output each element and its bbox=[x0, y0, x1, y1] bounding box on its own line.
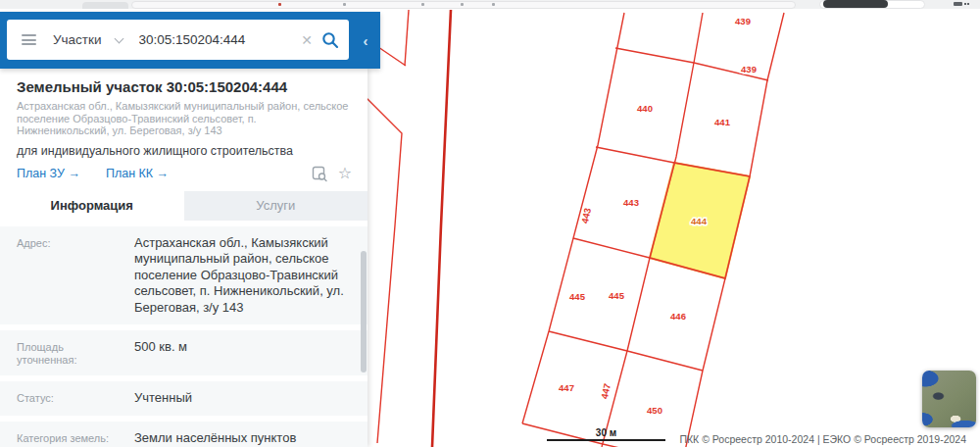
panel-tabs: Информация Услуги bbox=[0, 191, 368, 221]
table-row: Статус: Учтенный bbox=[0, 381, 368, 416]
row-value: Астраханская обл., Камызякский муниципал… bbox=[126, 235, 352, 317]
parcel-info-panel: Земельный участок 30:05:150204:444 Астра… bbox=[0, 69, 368, 447]
parcel-boundary-line bbox=[405, 10, 409, 66]
collapse-panel-icon[interactable]: ‹ bbox=[354, 12, 377, 69]
parcel-number-label: 439 bbox=[735, 16, 751, 26]
parcel-title: Земельный участок 30:05:150204:444 bbox=[17, 78, 352, 95]
parcel-number-label: 441 bbox=[714, 117, 731, 127]
parcel-number-label: 447 bbox=[599, 382, 612, 400]
browser-profile-badge[interactable] bbox=[823, 0, 888, 8]
browser-tab[interactable] bbox=[82, 2, 128, 9]
parcel-number-label: 445 bbox=[609, 290, 625, 301]
parcel-number-label: 439 bbox=[741, 64, 757, 74]
parcel-number-label: 443 bbox=[579, 207, 593, 224]
menu-hamburger-icon[interactable] bbox=[22, 32, 36, 48]
row-value: 500 кв. м bbox=[126, 339, 352, 367]
map-attribution: ПКК © Росреестр 2010-2024 | ЕЭКО © Росре… bbox=[679, 433, 966, 445]
parcel-boundary-line bbox=[549, 331, 703, 371]
parcel-number-label: 444 bbox=[691, 216, 708, 226]
row-label: Категория земель: bbox=[17, 430, 126, 447]
search-icon[interactable] bbox=[321, 31, 339, 49]
panel-scrollbar-thumb[interactable] bbox=[361, 251, 367, 372]
table-row: Адрес: Астраханская обл., Камызякский му… bbox=[0, 226, 368, 325]
row-value: Учтенный bbox=[126, 390, 352, 407]
search-category-dropdown[interactable]: Участки bbox=[53, 32, 122, 47]
table-row: Площадь уточненная: 500 кв. м bbox=[0, 330, 368, 375]
overview-map-thumbnail[interactable] bbox=[922, 371, 976, 427]
bookmark-favicon[interactable] bbox=[492, 3, 495, 6]
row-label: Площадь уточненная: bbox=[17, 339, 126, 367]
browser-chrome-strip bbox=[0, 0, 980, 9]
map-scale-bar: 30 м bbox=[547, 428, 665, 441]
bookmark-favicon[interactable] bbox=[278, 3, 281, 6]
chevron-down-icon bbox=[114, 33, 123, 43]
row-label: Статус: bbox=[17, 390, 126, 407]
plan-zu-link[interactable]: План ЗУ → bbox=[17, 167, 80, 180]
parcel-boundary-line bbox=[522, 13, 624, 423]
cadastral-quarter-boundary-line bbox=[432, 10, 451, 447]
parcel-number-label: 446 bbox=[670, 311, 686, 322]
bookmark-favicon[interactable] bbox=[343, 3, 346, 6]
parcel-number-label: 450 bbox=[647, 405, 662, 416]
bookmark-favicon[interactable] bbox=[421, 3, 424, 6]
scale-label: 30 м bbox=[547, 428, 665, 438]
map-search-bar: Участки ✕ ‹ bbox=[0, 12, 380, 69]
browser-menu-icon[interactable] bbox=[954, 1, 969, 7]
parcel-usage-text: для индивидуального жилищного строительс… bbox=[17, 144, 352, 158]
clear-icon[interactable]: ✕ bbox=[301, 32, 313, 48]
search-input[interactable] bbox=[139, 32, 298, 47]
document-search-icon[interactable] bbox=[312, 166, 328, 182]
search-box: Участки ✕ bbox=[7, 20, 349, 60]
parcel-number-label: 445 bbox=[569, 291, 586, 302]
plan-kk-link[interactable]: План КК → bbox=[106, 167, 169, 180]
parcel-boundary-line bbox=[366, 97, 402, 443]
parcel-boundary-line bbox=[378, 47, 406, 66]
favorite-star-icon[interactable]: ☆ bbox=[338, 166, 352, 181]
table-row: Категория земель: Земли населённых пункт… bbox=[0, 422, 368, 447]
parcel-number-label: 443 bbox=[623, 197, 639, 208]
parcel-address-subtitle: Астраханская обл., Камызякский муниципал… bbox=[17, 100, 352, 137]
scale-line bbox=[547, 439, 665, 441]
attributes-table: Адрес: Астраханская обл., Камызякский му… bbox=[0, 221, 368, 447]
tab-information[interactable]: Информация bbox=[0, 191, 184, 221]
row-label: Адрес: bbox=[17, 235, 126, 317]
search-category-label: Участки bbox=[53, 32, 102, 47]
tab-services[interactable]: Услуги bbox=[184, 191, 368, 221]
row-value: Земли населённых пунктов bbox=[126, 430, 352, 447]
browser-address-bar[interactable] bbox=[131, 1, 796, 9]
parcel-number-label: 447 bbox=[559, 382, 574, 393]
parcel-number-label: 440 bbox=[637, 103, 653, 114]
bookmark-favicon[interactable] bbox=[461, 3, 464, 6]
